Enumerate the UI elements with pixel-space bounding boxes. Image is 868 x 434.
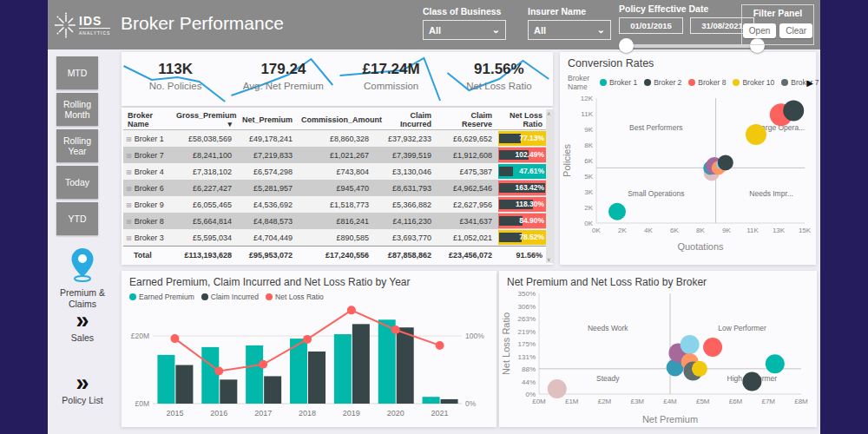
scatter-bubble[interactable]: [703, 338, 722, 357]
broker-name-cell: ⊞Broker 4: [123, 168, 172, 176]
bar-earned-premium[interactable]: [246, 345, 263, 404]
sidebar-button-ytd[interactable]: YTD: [56, 202, 98, 235]
legend-item[interactable]: Broker 8: [688, 78, 726, 87]
bar-claim-incurred[interactable]: [441, 399, 458, 404]
bar-claim-incurred[interactable]: [308, 352, 326, 404]
bar-claim-incurred[interactable]: [397, 327, 414, 404]
expand-icon[interactable]: ⊞: [126, 152, 132, 160]
sidebar-item-premium-claims[interactable]: Premium & Claims: [48, 247, 117, 310]
legend-item[interactable]: Broker 2: [644, 78, 681, 87]
scatter-bubble[interactable]: [746, 124, 766, 145]
bar-claim-incurred[interactable]: [264, 376, 281, 404]
line-point[interactable]: [436, 341, 444, 350]
line-point[interactable]: [214, 367, 223, 376]
class-of-business-select[interactable]: All ⌄: [423, 20, 506, 40]
axis-text: 2020: [387, 409, 404, 418]
column-header[interactable]: Commission_Amount: [297, 115, 373, 124]
broker-name-cell: ⊞Broker 9: [123, 201, 172, 209]
legend-dot-icon: [781, 79, 788, 86]
column-header[interactable]: Broker Name: [123, 111, 172, 128]
insurer-name-select[interactable]: All ⌄: [528, 20, 611, 40]
table-cell: £6,055,465: [172, 201, 236, 209]
expand-icon[interactable]: ⊞: [126, 201, 132, 209]
expand-icon[interactable]: ⊞: [126, 218, 132, 226]
date-start-input[interactable]: 01/01/2015: [619, 17, 683, 34]
filter-open-button[interactable]: Open: [743, 23, 776, 38]
scatter-bubble[interactable]: [742, 372, 761, 391]
slider-track[interactable]: [624, 44, 760, 48]
line-point[interactable]: [303, 335, 312, 344]
ratio-data-bar: [499, 167, 513, 176]
legend-item[interactable]: Earned Premium: [129, 293, 194, 301]
line-point[interactable]: [170, 334, 179, 343]
expand-icon[interactable]: ⊞: [126, 185, 132, 193]
expand-icon[interactable]: ⊞: [126, 168, 132, 176]
table-cell: £4,848,573: [236, 217, 297, 226]
broker-name-cell: ⊞Broker 7: [123, 151, 172, 160]
filter-clear-button[interactable]: Clear: [779, 23, 812, 38]
kpi-card[interactable]: £17.24MCommission: [338, 52, 445, 106]
axis-text: 350%: [518, 290, 536, 298]
table-row[interactable]: ⊞Broker 3£5,595,034£4,704,449£890,585£3,…: [123, 229, 547, 246]
column-header[interactable]: Net_Premium: [236, 115, 297, 124]
legend-item[interactable]: Net Loss Ratio: [266, 293, 324, 301]
table-cell: £6,629,652: [436, 135, 496, 143]
column-header[interactable]: Claim Reserve: [436, 111, 496, 128]
expand-icon[interactable]: ⊞: [126, 234, 132, 242]
table-row[interactable]: ⊞Broker 9£6,055,465£4,536,692£1,518,773£…: [123, 196, 547, 213]
axis-text: 2018: [299, 409, 316, 418]
sidebar-button-today[interactable]: Today: [56, 166, 98, 199]
legend-item[interactable]: Broker 10: [733, 78, 774, 87]
scroll-up-icon[interactable]: ∧: [547, 110, 550, 116]
column-header[interactable]: Net Loss Ratio: [496, 111, 547, 128]
line-point[interactable]: [347, 306, 356, 314]
legend-item[interactable]: Broker 1: [600, 78, 637, 87]
scatter-bubble[interactable]: [608, 203, 626, 220]
sidebar-button-rolling-year[interactable]: Rolling Year: [56, 129, 98, 162]
slider-handle-start[interactable]: [619, 38, 634, 53]
broker-name-cell: ⊞Broker 3: [123, 233, 172, 242]
axis-text: 9K: [722, 227, 731, 234]
table-row[interactable]: ⊞Broker 7£8,241,100£7,219,833£1,021,267£…: [123, 147, 547, 163]
table-row[interactable]: ⊞Broker 1£58,038,569£49,178,241£8,860,32…: [123, 130, 547, 147]
scatter-bubble[interactable]: [681, 335, 700, 354]
axis-text: 9K: [584, 126, 593, 134]
bar-earned-premium[interactable]: [334, 334, 352, 404]
table-row[interactable]: ⊞Broker 6£6,227,427£5,281,957£945,470£8,…: [123, 180, 547, 196]
kpi-card[interactable]: 179.24Avg. Net Premium: [229, 52, 337, 106]
scroll-down-icon[interactable]: ∨: [547, 256, 550, 262]
scatter-bubble[interactable]: [783, 100, 804, 121]
legend-item[interactable]: Claim Incurred: [201, 293, 259, 301]
table-cell: £743,804: [297, 168, 373, 176]
scatter-bubble[interactable]: [718, 155, 733, 170]
scatter-bubble[interactable]: [692, 361, 707, 377]
sidebar-button-mtd[interactable]: MTD: [56, 56, 98, 89]
column-header[interactable]: Gross_Premium ▾: [172, 111, 236, 128]
bar-claim-incurred[interactable]: [220, 379, 237, 404]
axis-text: 0%: [465, 399, 477, 408]
kpi-value: 179.24: [229, 61, 337, 78]
bar-earned-premium[interactable]: [423, 397, 440, 404]
bar-earned-premium[interactable]: [201, 347, 219, 404]
column-header[interactable]: Claim Incurred: [373, 111, 436, 128]
kpi-card[interactable]: 113KNo. Policies: [122, 52, 229, 106]
bar-claim-incurred[interactable]: [175, 365, 193, 404]
expand-icon[interactable]: ⊞: [126, 135, 132, 143]
yearly-combo-chart: £20M£0M100%0%201520162017201820192020202…: [122, 301, 496, 424]
line-point[interactable]: [391, 326, 400, 334]
scatter-bubble[interactable]: [766, 354, 785, 373]
scatter-bubble[interactable]: [548, 379, 567, 398]
sidebar-item-sales[interactable]: » Sales: [48, 310, 117, 344]
legend-next-arrow-icon[interactable]: ▶: [806, 78, 813, 88]
axis-text: 2019: [343, 409, 360, 418]
kpi-card[interactable]: 91.56%Net Loss Ratio: [445, 52, 553, 106]
bar-claim-incurred[interactable]: [352, 324, 370, 404]
sidebar-button-rolling-month[interactable]: Rolling Month: [56, 93, 98, 126]
line-point[interactable]: [259, 360, 267, 369]
bar-earned-premium[interactable]: [157, 355, 174, 404]
table-row[interactable]: ⊞Broker 4£7,318,102£6,574,298£743,804£3,…: [123, 163, 547, 180]
table-scrollbar[interactable]: ∧ ∨: [546, 109, 553, 263]
table-row[interactable]: ⊞Broker 8£5,664,814£4,848,573£816,241£4,…: [123, 213, 547, 229]
axis-text: Small Operations: [628, 189, 684, 198]
sidebar-item-policy-list[interactable]: » Policy List: [48, 372, 117, 406]
